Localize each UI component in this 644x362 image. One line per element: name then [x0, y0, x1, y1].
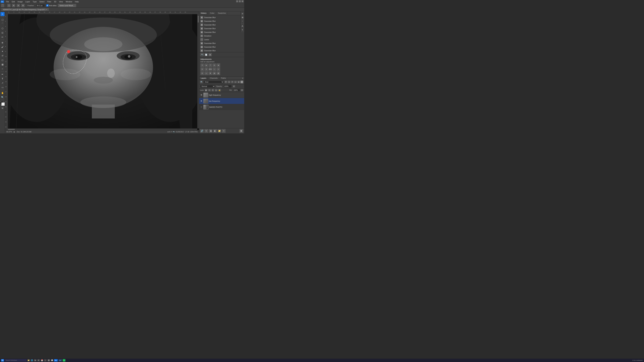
layer-item-high-freq[interactable]: 👁 high frequency [199, 92, 244, 98]
shape-tool[interactable]: ▭ [0, 85, 4, 89]
history-item-8[interactable]: ▦ Gaussian Blur [199, 49, 244, 52]
marquee-tool[interactable]: ▢ [0, 17, 4, 22]
document-tab[interactable]: K8A0079-1.psd @ 66.7% (low frequency; Gr… [1, 8, 49, 11]
tool-option-3[interactable]: ⊖ [16, 4, 20, 7]
feather-input[interactable] [36, 4, 45, 7]
tool-option-4[interactable]: ⊗ [21, 4, 25, 7]
menu-edit[interactable]: Edit [10, 0, 16, 3]
crop-tool[interactable]: ⊡ [0, 31, 4, 35]
filter-toggle-icon[interactable]: ● [240, 81, 243, 83]
menu-window[interactable]: Window [64, 0, 74, 3]
adj-hsl-icon[interactable]: ⊡ [200, 67, 204, 71]
text-tool[interactable]: T [0, 77, 4, 81]
filter-smart-icon[interactable]: ◈ [237, 81, 240, 83]
layer-visibility-low[interactable]: 👁 [200, 100, 203, 102]
lock-all-icon[interactable]: 🔒 [218, 89, 221, 91]
history-item-1[interactable]: ▦ Gaussian Blur [199, 15, 244, 19]
layers-menu-icon[interactable]: ≡ [241, 77, 244, 80]
foreground-color[interactable] [0, 101, 5, 106]
adj-selectivecolor-icon[interactable]: ▥ [216, 71, 220, 75]
tab-history[interactable]: History [199, 11, 208, 15]
history-snapshot-icon[interactable]: 📷 [200, 53, 204, 56]
history-item-6[interactable]: ▦ Gaussian Blur [199, 41, 244, 45]
filter-shape-icon[interactable]: ▭ [234, 81, 237, 83]
lasso-tool[interactable]: ⌒ [0, 22, 4, 26]
select-mask-button[interactable]: Select and Mask... [58, 4, 76, 7]
scrollbar-horizontal[interactable] [8, 128, 197, 130]
anti-alias-check[interactable] [46, 4, 48, 6]
quick-select-tool[interactable]: ⬡ [0, 26, 4, 30]
adj-invert-icon[interactable]: ⊘ [200, 71, 204, 75]
quick-mask-icon[interactable]: ● [2, 107, 4, 109]
layer-group-icon[interactable]: 📁 [218, 129, 221, 133]
menu-filter[interactable]: Filter [46, 0, 52, 3]
tab-paths[interactable]: Paths [220, 77, 228, 80]
layer-link-icon[interactable]: 🔗 [200, 129, 204, 133]
lock-artboard-icon[interactable]: ▭ [215, 89, 218, 91]
layer-item-saved-photo[interactable]: 👁 SAVED PHOTO [199, 104, 244, 110]
minimize-button[interactable]: – [236, 0, 238, 2]
panel-icon-3[interactable]: ↕ [241, 19, 244, 22]
history-item-7[interactable]: ▦ Gaussian Blur [199, 45, 244, 49]
panel-icon-2[interactable]: ▦ [241, 16, 244, 19]
layer-visibility-high[interactable]: 👁 [200, 94, 203, 96]
menu-layer[interactable]: Layer [24, 0, 31, 3]
tab-swatches[interactable]: Swatches [216, 11, 228, 15]
maximize-button[interactable]: □ [239, 0, 241, 2]
panel-icon-5[interactable]: ¶ [241, 28, 244, 31]
scroll-thumb-h[interactable] [8, 129, 15, 130]
layer-visibility-saved[interactable]: 👁 [200, 106, 203, 108]
tab-layers[interactable]: Layers [199, 77, 208, 80]
adj-levels-icon[interactable]: ▲ [204, 63, 208, 67]
layer-adjustment-icon[interactable]: ◐ [213, 129, 217, 133]
menu-view[interactable]: View [58, 0, 64, 3]
adj-bw-icon[interactable]: B/W [208, 67, 212, 71]
panel-icon-4[interactable]: A [241, 25, 244, 28]
menu-type[interactable]: Type [31, 0, 38, 3]
lock-image-icon[interactable]: ✏ [208, 89, 211, 91]
gradient-tool[interactable]: ▦ [0, 62, 4, 66]
adj-colorbalance-icon[interactable]: ⧖ [204, 67, 208, 71]
fill-input[interactable] [232, 89, 240, 91]
lasso-tool-icon[interactable]: ⌒ [1, 4, 4, 7]
tab-channels[interactable]: Channels [208, 77, 219, 80]
panel-icon-1[interactable]: ⊞ [241, 12, 244, 15]
lock-transparent-icon[interactable]: ▦ [205, 89, 208, 91]
tool-option-1[interactable]: ▢ [7, 4, 10, 7]
scrollbar-vertical[interactable] [197, 14, 199, 128]
adj-photofilter-icon[interactable]: ⬭ [212, 67, 216, 71]
fill-menu-icon[interactable]: ▼ [241, 89, 243, 91]
history-item-4[interactable]: ▦ Gaussian Blur [199, 27, 244, 30]
zoom-tool[interactable]: 🔍 [0, 95, 4, 99]
blend-mode-select[interactable]: Normal [200, 85, 215, 88]
layer-delete-icon[interactable]: 🗑 [240, 129, 243, 133]
adj-gradientmap-icon[interactable]: ▤ [212, 71, 216, 75]
tab-color[interactable]: Color [208, 11, 216, 15]
opacity-input[interactable] [224, 85, 232, 88]
hand-tool[interactable]: ✋ [0, 91, 4, 95]
path-select-tool[interactable]: ↗ [0, 81, 4, 85]
clone-stamp-tool[interactable]: ✦ [0, 49, 4, 53]
layers-filter-select[interactable]: Kind [204, 80, 224, 83]
status-arrow[interactable]: ▶ [14, 131, 15, 133]
pen-tool[interactable]: ✒ [0, 72, 4, 76]
adj-exposure-icon[interactable]: ◎ [212, 63, 216, 67]
dodge-tool[interactable]: ○ [0, 67, 4, 71]
history-new-doc-icon[interactable]: 📄 [204, 53, 208, 56]
close-button[interactable]: ✕ [242, 0, 244, 2]
history-item-2[interactable]: ▦ Gaussian Blur [199, 19, 244, 23]
document-close-icon[interactable]: ✕ [46, 9, 47, 10]
brush-tool[interactable]: 🖌 [0, 45, 4, 49]
photo-canvas[interactable] [8, 14, 199, 130]
history-delete-icon[interactable]: 🗑 [208, 53, 212, 56]
lock-position-icon[interactable]: ✛ [212, 89, 214, 91]
history-item-5[interactable]: ▦ Gaussian Blur [199, 30, 244, 34]
eraser-tool[interactable]: ◻ [0, 58, 4, 62]
menu-image[interactable]: Image [16, 0, 24, 3]
menu-select[interactable]: Select [38, 0, 46, 3]
adj-brightness-icon[interactable]: ☀ [200, 63, 204, 67]
layer-mask-icon[interactable]: ◑ [209, 129, 212, 133]
layer-item-low-freq[interactable]: 👁 low frequency [199, 98, 244, 104]
spot-heal-tool[interactable]: ⊕ [0, 40, 4, 44]
menu-3d[interactable]: 3D [53, 0, 58, 3]
